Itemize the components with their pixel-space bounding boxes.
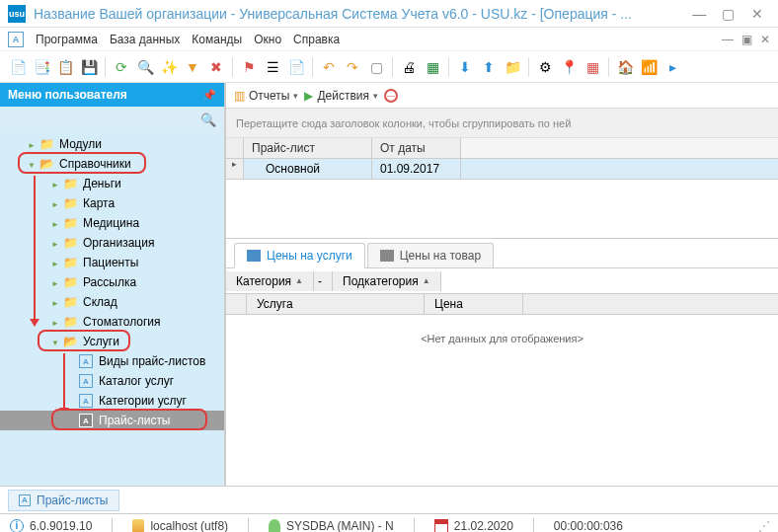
mdi-minimize-button[interactable]: — bbox=[722, 33, 734, 46]
expand-icon[interactable] bbox=[47, 277, 63, 288]
tree-modules[interactable]: 📁 Модули bbox=[0, 134, 224, 154]
expand-icon[interactable] bbox=[47, 218, 63, 229]
tree-services[interactable]: 📂 Услуги bbox=[0, 332, 224, 351]
sidebar: Меню пользователя 📌 🔍 📁 Модули 📂 Справоч… bbox=[0, 83, 225, 486]
file-icon: A bbox=[79, 354, 93, 368]
collapse-icon[interactable] bbox=[47, 337, 63, 347]
expand-icon[interactable] bbox=[47, 238, 63, 249]
tree-warehouse[interactable]: 📁 Склад bbox=[0, 292, 224, 312]
tb-rss-icon[interactable]: 📶 bbox=[639, 57, 659, 77]
mdi-restore-button[interactable]: ▣ bbox=[741, 33, 752, 46]
folder-icon: 📁 bbox=[63, 177, 79, 190]
expand-icon[interactable] bbox=[47, 297, 63, 308]
menu-program[interactable]: Программа bbox=[36, 33, 98, 46]
status-host: localhost (utf8) bbox=[132, 519, 228, 533]
expand-icon[interactable] bbox=[24, 139, 39, 150]
expand-icon[interactable] bbox=[47, 258, 63, 268]
tb-undo-icon[interactable]: ↶ bbox=[319, 57, 339, 77]
tb-wizard-icon[interactable]: ✨ bbox=[159, 57, 179, 77]
group-connector: - bbox=[314, 271, 333, 291]
tb-new-icon[interactable]: 📄 bbox=[8, 57, 28, 77]
expand-icon[interactable] bbox=[47, 317, 63, 328]
tb-check-icon[interactable]: ▢ bbox=[366, 57, 386, 77]
tree-map[interactable]: 📁 Карта bbox=[0, 193, 224, 213]
sidebar-searchbar[interactable]: 🔍 bbox=[0, 107, 224, 132]
tb-home-icon[interactable]: 🏠 bbox=[615, 57, 635, 77]
tab-services-prices[interactable]: Цены на услуги bbox=[234, 243, 365, 268]
tree-label: Справочники bbox=[59, 157, 131, 171]
tree-medicine[interactable]: 📁 Медицина bbox=[0, 213, 224, 233]
tb-gear-icon[interactable]: ⚙ bbox=[535, 57, 555, 77]
tree-money[interactable]: 📁 Деньги bbox=[0, 174, 224, 193]
tree-service-catalog[interactable]: A Каталог услуг bbox=[0, 371, 224, 391]
tb-search-icon[interactable]: 🔍 bbox=[135, 57, 155, 77]
tb-copy-icon[interactable]: 📑 bbox=[32, 57, 51, 77]
sidebar-title: Меню пользователя bbox=[8, 88, 127, 102]
col-price[interactable]: Цена bbox=[425, 294, 523, 314]
tb-flag-icon[interactable]: ⚑ bbox=[239, 57, 259, 77]
folder-icon: 📁 bbox=[63, 295, 79, 309]
tree-label: Каталог услуг bbox=[99, 374, 174, 388]
collapse-icon[interactable] bbox=[24, 159, 39, 170]
tree-service-categories[interactable]: A Категории услуг bbox=[0, 391, 224, 411]
main-area: Меню пользователя 📌 🔍 📁 Модули 📂 Справоч… bbox=[0, 83, 778, 486]
actions-button[interactable]: ▶ Действия ▾ bbox=[304, 89, 378, 103]
menu-database[interactable]: База данных bbox=[110, 33, 180, 46]
tb-export-icon[interactable]: ⬆ bbox=[479, 57, 499, 77]
pin-icon[interactable]: 📌 bbox=[202, 89, 216, 102]
nav-tree: 📁 Модули 📂 Справочники 📁 Деньги 📁 Карта bbox=[0, 132, 224, 486]
group-subcategory[interactable]: Подкатегория ▲ bbox=[333, 271, 441, 291]
tree-patients[interactable]: 📁 Пациенты bbox=[0, 253, 224, 272]
expand-icon[interactable] bbox=[47, 198, 63, 209]
col-service[interactable]: Услуга bbox=[247, 294, 425, 314]
grid-row[interactable]: ▸ Основной 01.09.2017 bbox=[226, 159, 778, 179]
mdi-close-button[interactable]: ✕ bbox=[760, 33, 770, 46]
maximize-button[interactable]: ▢ bbox=[716, 6, 741, 22]
tb-excel-icon[interactable]: ▦ bbox=[423, 57, 442, 77]
folder-icon: 📁 bbox=[63, 275, 79, 289]
expand-icon[interactable] bbox=[47, 179, 63, 190]
group-category[interactable]: Категория ▲ bbox=[226, 271, 314, 291]
minimize-button[interactable]: — bbox=[686, 6, 712, 22]
tree-organization[interactable]: 📁 Организация bbox=[0, 233, 224, 253]
tb-more-icon[interactable]: ▸ bbox=[662, 57, 682, 77]
tb-print-icon[interactable]: 🖨 bbox=[399, 57, 419, 77]
tab-label: Цены на товар bbox=[400, 249, 481, 263]
tb-save-icon[interactable]: 💾 bbox=[79, 57, 99, 77]
file-icon: A bbox=[79, 374, 93, 388]
tab-file-icon: A bbox=[19, 494, 31, 506]
col-date[interactable]: От даты bbox=[372, 138, 461, 158]
tree-label: Медицина bbox=[83, 216, 139, 230]
folder-icon: 📁 bbox=[63, 236, 79, 250]
tb-filter-icon[interactable]: ▼ bbox=[183, 57, 202, 77]
tb-refresh-icon[interactable]: ⟳ bbox=[112, 57, 131, 77]
tree-pricelist-types[interactable]: A Виды прайс-листов bbox=[0, 351, 224, 371]
menu-help[interactable]: Справка bbox=[293, 33, 340, 46]
tree-pricelists[interactable]: A Прайс-листы bbox=[0, 411, 224, 430]
statusbar: i 6.0.9019.10 localhost (utf8) SYSDBA (M… bbox=[0, 513, 778, 532]
close-button[interactable]: ✕ bbox=[744, 6, 770, 22]
tree-references[interactable]: 📂 Справочники bbox=[0, 154, 224, 174]
bottom-tabstrip: A Прайс-листы bbox=[0, 486, 778, 513]
group-drop-area[interactable]: Перетащите сюда заголовок колонки, чтобы… bbox=[226, 109, 778, 138]
tab-goods-prices[interactable]: Цены на товар bbox=[367, 243, 494, 267]
reports-button[interactable]: ▥ Отчеты ▾ bbox=[234, 89, 298, 103]
tb-import-icon[interactable]: ⬇ bbox=[455, 57, 475, 77]
tb-folder-icon[interactable]: 📁 bbox=[503, 57, 522, 77]
tree-dentistry[interactable]: 📁 Стоматология bbox=[0, 312, 224, 332]
stop-button[interactable]: — bbox=[384, 89, 398, 103]
tree-mailing[interactable]: 📁 Рассылка bbox=[0, 272, 224, 292]
tb-list-icon[interactable]: ☰ bbox=[263, 57, 282, 77]
tb-page-icon[interactable]: 📄 bbox=[286, 57, 306, 77]
tb-edit-icon[interactable]: 📋 bbox=[55, 57, 75, 77]
menu-window[interactable]: Окно bbox=[254, 33, 281, 46]
col-pricelist[interactable]: Прайс-лист bbox=[244, 138, 372, 158]
bottom-tab-pricelists[interactable]: A Прайс-листы bbox=[8, 490, 119, 511]
menu-commands[interactable]: Команды bbox=[192, 33, 242, 46]
tb-calendar-icon[interactable]: ▦ bbox=[583, 57, 602, 77]
search-icon[interactable]: 🔍 bbox=[200, 113, 216, 127]
tb-map-icon[interactable]: 📍 bbox=[559, 57, 579, 77]
resize-grip-icon[interactable]: ⋰ bbox=[758, 519, 768, 533]
tb-redo-icon[interactable]: ↷ bbox=[343, 57, 362, 77]
tb-delete-icon[interactable]: ✖ bbox=[206, 57, 226, 77]
